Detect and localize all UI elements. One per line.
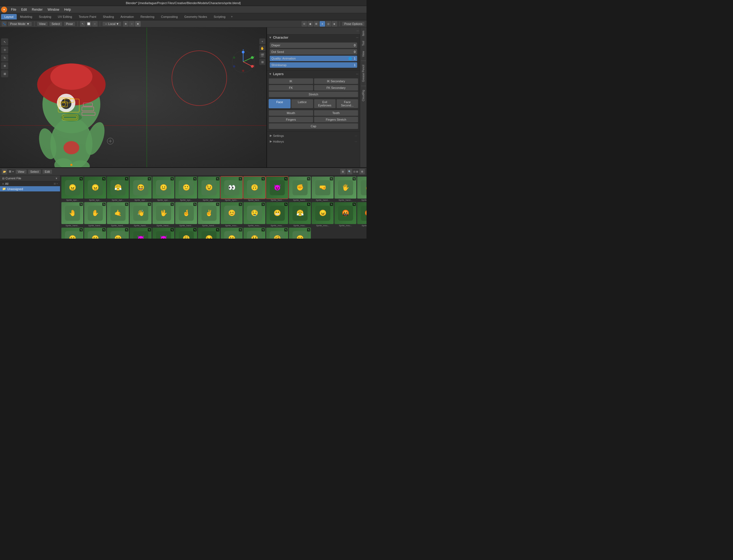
tab-compositing[interactable]: Compositing xyxy=(158,14,181,19)
thumbnail-31-edit[interactable]: ✎ xyxy=(148,228,151,231)
layers-section-header[interactable]: ▼ Layers ··· xyxy=(267,71,360,77)
current-file-header[interactable]: ⊟ Current File ▼ xyxy=(0,176,60,181)
camera-tool[interactable]: 🎬 xyxy=(259,52,265,58)
menu-window[interactable]: Window xyxy=(45,7,61,12)
sidebar-tab-tool[interactable]: Tool xyxy=(361,39,366,48)
sidebar-tab-item[interactable]: Item xyxy=(361,29,366,38)
viewport-3d[interactable]: User Perspective (1) RIG-Sprite xyxy=(0,27,267,167)
thumbnail-29[interactable]: 😄 ✎ xyxy=(84,228,106,239)
thumbnail-1-edit[interactable]: ✎ xyxy=(102,177,106,180)
current-file-dropdown[interactable]: ▼ xyxy=(55,177,58,180)
thumbnail-23-edit[interactable]: ✎ xyxy=(284,203,288,206)
thumbnail-11[interactable]: 🤜 ✎ xyxy=(312,177,334,199)
thumbnail-7[interactable]: 👀 ✎ xyxy=(221,177,243,199)
select-tool[interactable]: ↖ xyxy=(1,38,8,46)
character-section-header[interactable]: ▼ Character ··· xyxy=(267,35,360,41)
thumbnail-12[interactable]: 🖐 ✎ xyxy=(335,177,357,199)
editor-type-icon[interactable]: 🐾 xyxy=(2,21,7,26)
layer-btn-fingers-stretch[interactable]: Fingers Stretch xyxy=(314,117,359,123)
tab-animation[interactable]: Animation xyxy=(117,14,137,19)
thumbnail-4-edit[interactable]: ✎ xyxy=(171,177,174,180)
thumbnail-29-edit[interactable]: ✎ xyxy=(102,228,106,231)
layer-btn-face-second[interactable]: Face Second... xyxy=(336,99,358,108)
thumbnail-27[interactable]: 😡 ✎ xyxy=(357,202,366,224)
thumbnail-33-edit[interactable]: ✎ xyxy=(193,228,197,231)
thumbnail-0-edit[interactable]: ✎ xyxy=(80,177,83,180)
thumbnail-13[interactable]: ☝ ✎ xyxy=(357,177,366,199)
dot-seed-bar[interactable]: Dot Seed 0 xyxy=(270,49,357,55)
thumbnail-5-edit[interactable]: ✎ xyxy=(193,177,197,180)
all-add-icon[interactable]: + xyxy=(56,182,58,185)
layer-btn-lattice[interactable]: Lattice xyxy=(291,99,313,108)
layer-btn-stretch[interactable]: Stretch xyxy=(269,91,358,97)
layer-btn-fk-secondary[interactable]: FK Secondary xyxy=(314,85,359,91)
hotkeys-link[interactable]: ▶ Hotkeys ··· xyxy=(267,138,360,144)
snap-toggle[interactable]: ⊕ xyxy=(123,21,129,27)
thumbnail-22-edit[interactable]: ✎ xyxy=(262,203,265,206)
layer-btn-ik[interactable]: IK xyxy=(269,78,313,84)
bottom-grid-icon[interactable]: ⊞ xyxy=(340,169,346,174)
thumbnail-20[interactable]: ✌ ✎ xyxy=(198,202,220,224)
menu-help[interactable]: Help xyxy=(62,7,73,12)
xray-icon[interactable]: ⊞ xyxy=(314,21,319,27)
thumbnail-24[interactable]: 😤 ✎ xyxy=(289,202,311,224)
thumbnail-38[interactable]: 😋 ✎ xyxy=(289,228,311,239)
thumbnail-7-edit[interactable]: ✎ xyxy=(239,177,242,180)
thumbnail-17-edit[interactable]: ✎ xyxy=(148,203,151,206)
sidebar-tab-grease-pencil[interactable]: Grease Pencil xyxy=(361,63,366,84)
bottom-edit-menu[interactable]: Edit xyxy=(42,169,52,174)
thumbnail-3-edit[interactable]: ✎ xyxy=(148,177,151,180)
move-tool[interactable]: ✛ xyxy=(1,46,8,53)
thumbnail-37-edit[interactable]: ✎ xyxy=(284,228,288,231)
thumbnail-26-edit[interactable]: ✎ xyxy=(353,203,356,206)
menu-render[interactable]: Render xyxy=(30,7,45,12)
thumbnail-21[interactable]: 😊 ✎ xyxy=(221,202,243,224)
folder-item-unassigned[interactable]: 📁 Unassigned xyxy=(0,186,60,191)
shrinkwrap-bar[interactable]: Shrinkwrap 1 xyxy=(270,62,357,68)
thumbnail-25-edit[interactable]: ✎ xyxy=(330,203,333,206)
thumbnail-26[interactable]: 🤬 ✎ xyxy=(335,202,357,224)
diaper-bar[interactable]: Diaper 0 xyxy=(270,43,357,48)
tab-texture-paint[interactable]: Texture Paint xyxy=(75,14,100,19)
hotkeys-options[interactable]: ··· xyxy=(355,140,357,143)
tab-shading[interactable]: Shading xyxy=(100,14,117,19)
select-box-tool[interactable]: ⬜ xyxy=(86,21,92,27)
rendered-view-icon[interactable]: ◈ xyxy=(332,21,337,27)
transform-tool[interactable]: ⊠ xyxy=(1,70,8,77)
thumbnail-28-edit[interactable]: ✎ xyxy=(80,228,83,231)
thumbnail-15[interactable]: ✋ ✎ xyxy=(84,202,106,224)
viewport-overlay-icon[interactable]: ◉ xyxy=(308,21,313,27)
select-menu[interactable]: Select xyxy=(49,21,63,26)
thumbnail-21-edit[interactable]: ✎ xyxy=(239,203,242,206)
thumbnail-16-edit[interactable]: ✎ xyxy=(125,203,128,206)
thumbnail-10[interactable]: ✊ ✎ xyxy=(289,177,311,199)
thumbnail-31[interactable]: 😈 ✎ xyxy=(130,228,152,239)
bottom-settings-icon[interactable]: ⚙ xyxy=(360,169,365,174)
sidebar-tab-view[interactable]: View xyxy=(361,49,366,59)
character-options[interactable]: ··· xyxy=(356,36,358,39)
thumbnail-9-edit[interactable]: ✎ xyxy=(284,177,288,180)
thumbnail-15-edit[interactable]: ✎ xyxy=(102,203,106,206)
tab-scripting[interactable]: Scripting xyxy=(210,14,229,19)
folder-item-all[interactable]: ≡ All ⊞ + xyxy=(0,181,60,186)
thumbnail-33[interactable]: 😤 ✎ xyxy=(175,228,197,239)
rotate-tool[interactable]: ↻ xyxy=(1,54,8,61)
thumbnail-14[interactable]: 🤚 ✎ xyxy=(61,202,83,224)
gizmo-icon[interactable]: ⊙ xyxy=(302,21,307,27)
thumbnail-19[interactable]: 🤞 ✎ xyxy=(175,202,197,224)
sidebar-tab-cloud-rig[interactable]: CloudRig xyxy=(361,88,366,103)
proportional-edit[interactable]: ○ xyxy=(129,21,135,27)
pose-options-btn[interactable]: Pose Options xyxy=(342,21,365,26)
layer-btn-cap[interactable]: Cap xyxy=(269,123,358,129)
thumbnail-38-edit[interactable]: ✎ xyxy=(307,228,310,231)
thumbnail-14-edit[interactable]: ✎ xyxy=(80,203,83,206)
quality-bar[interactable]: Quality: Animation 1 🌐 xyxy=(270,56,357,61)
overlay-color[interactable]: ■ xyxy=(135,21,141,27)
thumbnail-18-edit[interactable]: ✎ xyxy=(171,203,174,206)
view-menu[interactable]: View xyxy=(37,21,48,26)
thumbnail-36-edit[interactable]: ✎ xyxy=(262,228,265,231)
thumbnail-16[interactable]: 🤙 ✎ xyxy=(107,202,129,224)
thumbnail-36[interactable]: 😲 ✎ xyxy=(244,228,265,239)
layer-btn-fingers[interactable]: Fingers xyxy=(269,117,313,123)
layer-btn-fk[interactable]: FK xyxy=(269,85,313,91)
